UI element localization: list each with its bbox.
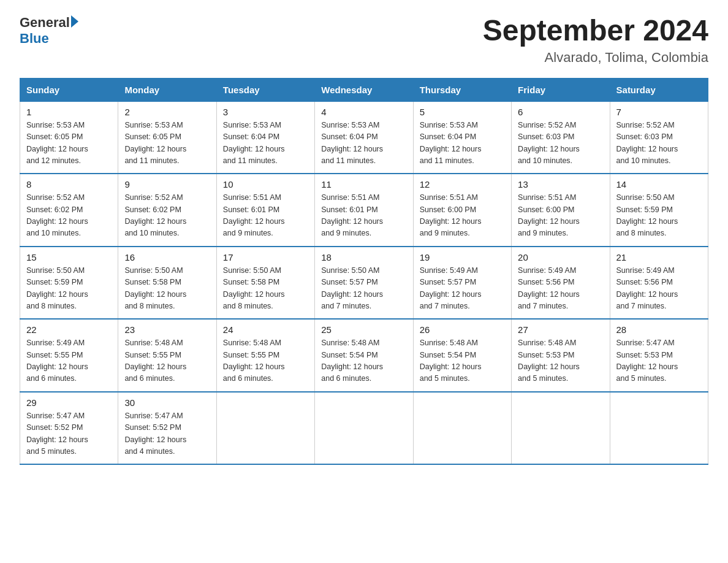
week-row-1: 1Sunrise: 5:53 AMSunset: 6:05 PMDaylight… bbox=[20, 101, 708, 174]
calendar-cell: 18Sunrise: 5:50 AMSunset: 5:57 PMDayligh… bbox=[315, 247, 413, 320]
calendar-cell: 16Sunrise: 5:50 AMSunset: 5:58 PMDayligh… bbox=[118, 247, 216, 320]
day-number: 4 bbox=[321, 107, 406, 117]
day-info: Sunrise: 5:52 AMSunset: 6:02 PMDaylight:… bbox=[124, 192, 210, 240]
day-info: Sunrise: 5:48 AMSunset: 5:53 PMDaylight:… bbox=[518, 337, 603, 385]
calendar-cell: 4Sunrise: 5:53 AMSunset: 6:04 PMDaylight… bbox=[315, 101, 413, 174]
week-row-4: 22Sunrise: 5:49 AMSunset: 5:55 PMDayligh… bbox=[20, 319, 708, 392]
day-header-monday: Monday bbox=[118, 78, 216, 101]
day-info: Sunrise: 5:53 AMSunset: 6:05 PMDaylight:… bbox=[26, 120, 112, 167]
calendar-subtitle: Alvarado, Tolima, Colombia bbox=[483, 50, 708, 66]
title-section: September 2024 Alvarado, Tolima, Colombi… bbox=[483, 15, 708, 66]
day-info: Sunrise: 5:50 AMSunset: 5:59 PMDaylight:… bbox=[616, 192, 702, 240]
week-row-5: 29Sunrise: 5:47 AMSunset: 5:52 PMDayligh… bbox=[20, 392, 708, 465]
day-header-friday: Friday bbox=[512, 78, 610, 101]
calendar-cell: 10Sunrise: 5:51 AMSunset: 6:01 PMDayligh… bbox=[216, 174, 314, 247]
day-number: 27 bbox=[518, 324, 603, 335]
calendar-cell: 7Sunrise: 5:52 AMSunset: 6:03 PMDaylight… bbox=[610, 101, 708, 174]
calendar-cell bbox=[315, 392, 413, 465]
day-info: Sunrise: 5:48 AMSunset: 5:54 PMDaylight:… bbox=[420, 337, 505, 385]
day-number: 7 bbox=[616, 107, 702, 117]
day-number: 9 bbox=[124, 179, 210, 190]
day-info: Sunrise: 5:47 AMSunset: 5:53 PMDaylight:… bbox=[616, 337, 702, 385]
calendar-cell bbox=[216, 392, 314, 465]
day-info: Sunrise: 5:48 AMSunset: 5:55 PMDaylight:… bbox=[124, 337, 210, 385]
calendar-cell: 27Sunrise: 5:48 AMSunset: 5:53 PMDayligh… bbox=[512, 319, 610, 392]
day-number: 20 bbox=[518, 252, 603, 262]
day-info: Sunrise: 5:50 AMSunset: 5:58 PMDaylight:… bbox=[223, 265, 308, 313]
calendar-cell: 23Sunrise: 5:48 AMSunset: 5:55 PMDayligh… bbox=[118, 319, 216, 392]
calendar-cell bbox=[610, 392, 708, 465]
day-header-saturday: Saturday bbox=[610, 78, 708, 101]
day-info: Sunrise: 5:49 AMSunset: 5:56 PMDaylight:… bbox=[518, 265, 603, 313]
day-info: Sunrise: 5:47 AMSunset: 5:52 PMDaylight:… bbox=[26, 410, 112, 458]
calendar-cell: 14Sunrise: 5:50 AMSunset: 5:59 PMDayligh… bbox=[610, 174, 708, 247]
day-number: 25 bbox=[321, 324, 406, 335]
day-info: Sunrise: 5:49 AMSunset: 5:56 PMDaylight:… bbox=[616, 265, 702, 313]
day-number: 10 bbox=[223, 179, 308, 190]
calendar-cell: 1Sunrise: 5:53 AMSunset: 6:05 PMDaylight… bbox=[20, 101, 118, 174]
day-number: 17 bbox=[223, 252, 308, 262]
calendar-cell: 29Sunrise: 5:47 AMSunset: 5:52 PMDayligh… bbox=[20, 392, 118, 465]
day-number: 19 bbox=[420, 252, 505, 262]
day-number: 5 bbox=[420, 107, 505, 117]
calendar-title: September 2024 bbox=[483, 15, 708, 47]
calendar-cell: 24Sunrise: 5:48 AMSunset: 5:55 PMDayligh… bbox=[216, 319, 314, 392]
day-header-sunday: Sunday bbox=[20, 78, 118, 101]
day-info: Sunrise: 5:50 AMSunset: 5:59 PMDaylight:… bbox=[26, 265, 112, 313]
logo-general: General bbox=[20, 15, 70, 31]
day-info: Sunrise: 5:50 AMSunset: 5:58 PMDaylight:… bbox=[124, 265, 210, 313]
calendar-cell: 9Sunrise: 5:52 AMSunset: 6:02 PMDaylight… bbox=[118, 174, 216, 247]
day-info: Sunrise: 5:51 AMSunset: 6:00 PMDaylight:… bbox=[420, 192, 505, 240]
day-number: 26 bbox=[420, 324, 505, 335]
day-number: 14 bbox=[616, 179, 702, 190]
day-number: 21 bbox=[616, 252, 702, 262]
week-row-2: 8Sunrise: 5:52 AMSunset: 6:02 PMDaylight… bbox=[20, 174, 708, 247]
day-info: Sunrise: 5:49 AMSunset: 5:57 PMDaylight:… bbox=[420, 265, 505, 313]
calendar-cell: 28Sunrise: 5:47 AMSunset: 5:53 PMDayligh… bbox=[610, 319, 708, 392]
day-info: Sunrise: 5:52 AMSunset: 6:02 PMDaylight:… bbox=[26, 192, 112, 240]
day-number: 3 bbox=[223, 107, 308, 117]
day-info: Sunrise: 5:50 AMSunset: 5:57 PMDaylight:… bbox=[321, 265, 406, 313]
calendar-cell: 25Sunrise: 5:48 AMSunset: 5:54 PMDayligh… bbox=[315, 319, 413, 392]
day-number: 24 bbox=[223, 324, 308, 335]
calendar-cell: 21Sunrise: 5:49 AMSunset: 5:56 PMDayligh… bbox=[610, 247, 708, 320]
day-header-thursday: Thursday bbox=[413, 78, 511, 101]
calendar-cell: 8Sunrise: 5:52 AMSunset: 6:02 PMDaylight… bbox=[20, 174, 118, 247]
day-info: Sunrise: 5:53 AMSunset: 6:04 PMDaylight:… bbox=[223, 120, 308, 167]
calendar-cell bbox=[512, 392, 610, 465]
calendar-cell: 26Sunrise: 5:48 AMSunset: 5:54 PMDayligh… bbox=[413, 319, 511, 392]
day-info: Sunrise: 5:51 AMSunset: 6:01 PMDaylight:… bbox=[223, 192, 308, 240]
calendar-cell: 3Sunrise: 5:53 AMSunset: 6:04 PMDaylight… bbox=[216, 101, 314, 174]
calendar-table: SundayMondayTuesdayWednesdayThursdayFrid… bbox=[20, 78, 708, 465]
calendar-cell: 11Sunrise: 5:51 AMSunset: 6:01 PMDayligh… bbox=[315, 174, 413, 247]
day-info: Sunrise: 5:52 AMSunset: 6:03 PMDaylight:… bbox=[616, 120, 702, 167]
day-number: 6 bbox=[518, 107, 603, 117]
day-number: 11 bbox=[321, 179, 406, 190]
day-number: 28 bbox=[616, 324, 702, 335]
day-info: Sunrise: 5:49 AMSunset: 5:55 PMDaylight:… bbox=[26, 337, 112, 385]
day-number: 15 bbox=[26, 252, 112, 262]
top-section: General Blue September 2024 Alvarado, To… bbox=[20, 15, 708, 66]
day-header-wednesday: Wednesday bbox=[315, 78, 413, 101]
calendar-cell: 6Sunrise: 5:52 AMSunset: 6:03 PMDaylight… bbox=[512, 101, 610, 174]
day-info: Sunrise: 5:48 AMSunset: 5:55 PMDaylight:… bbox=[223, 337, 308, 385]
days-header-row: SundayMondayTuesdayWednesdayThursdayFrid… bbox=[20, 78, 708, 101]
day-info: Sunrise: 5:53 AMSunset: 6:05 PMDaylight:… bbox=[124, 120, 210, 167]
logo: General Blue bbox=[20, 15, 78, 47]
calendar-cell: 19Sunrise: 5:49 AMSunset: 5:57 PMDayligh… bbox=[413, 247, 511, 320]
calendar-cell: 15Sunrise: 5:50 AMSunset: 5:59 PMDayligh… bbox=[20, 247, 118, 320]
day-number: 23 bbox=[124, 324, 210, 335]
day-info: Sunrise: 5:47 AMSunset: 5:52 PMDaylight:… bbox=[124, 410, 210, 458]
day-number: 12 bbox=[420, 179, 505, 190]
calendar-cell: 17Sunrise: 5:50 AMSunset: 5:58 PMDayligh… bbox=[216, 247, 314, 320]
day-number: 18 bbox=[321, 252, 406, 262]
day-number: 16 bbox=[124, 252, 210, 262]
day-number: 22 bbox=[26, 324, 112, 335]
calendar-cell: 12Sunrise: 5:51 AMSunset: 6:00 PMDayligh… bbox=[413, 174, 511, 247]
day-info: Sunrise: 5:51 AMSunset: 6:00 PMDaylight:… bbox=[518, 192, 603, 240]
calendar-cell: 20Sunrise: 5:49 AMSunset: 5:56 PMDayligh… bbox=[512, 247, 610, 320]
day-number: 13 bbox=[518, 179, 603, 190]
day-number: 30 bbox=[124, 397, 210, 408]
calendar-cell: 30Sunrise: 5:47 AMSunset: 5:52 PMDayligh… bbox=[118, 392, 216, 465]
logo-arrow-icon bbox=[71, 15, 78, 28]
